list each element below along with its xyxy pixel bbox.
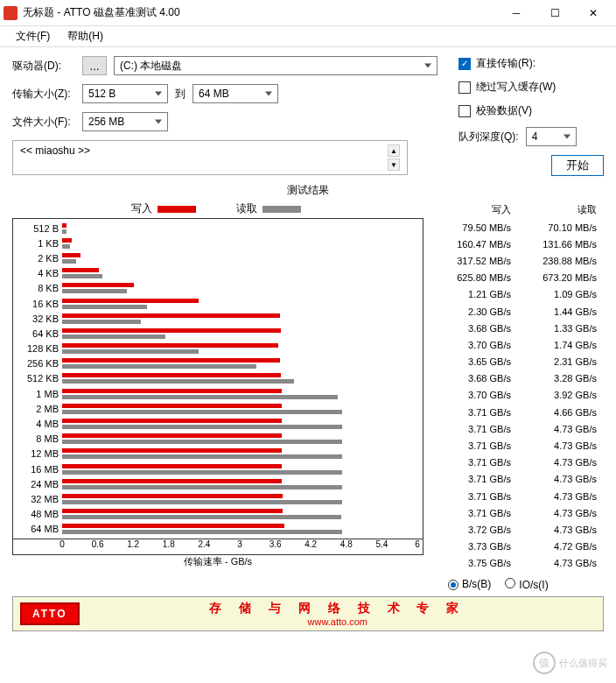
cell-read: 4.73 GB/s (518, 455, 602, 470)
chart-row: 128 KB (13, 342, 423, 356)
description-text: << miaoshu >> (20, 144, 90, 157)
close-button[interactable]: ✕ (574, 1, 612, 25)
cell-read: 4.73 GB/s (518, 522, 602, 537)
scroll-down-icon[interactable]: ▼ (388, 158, 400, 171)
bar-write (62, 419, 282, 423)
bar-write (62, 343, 278, 348)
cell-write: 3.68 GB/s (432, 320, 516, 335)
chart-row: 512 B (13, 221, 423, 236)
cell-read: 3.92 GB/s (518, 388, 602, 403)
table-row: 160.47 MB/s131.66 MB/s (432, 236, 602, 251)
bar-write (62, 223, 66, 228)
y-tick-label: 8 KB (13, 283, 62, 293)
transfer-size-label: 传输大小(Z): (12, 87, 82, 102)
bar-read (62, 410, 342, 414)
bar-write (62, 253, 80, 257)
cell-read: 2.31 GB/s (518, 355, 602, 370)
y-tick-label: 64 MB (13, 524, 62, 534)
bar-read (62, 515, 341, 519)
chart-row: 48 MB (13, 507, 423, 522)
window-title: 无标题 - ATTO 磁盘基准测试 4.00 (23, 5, 497, 20)
cell-read: 3.28 GB/s (518, 371, 602, 386)
x-tick-label: 4.2 (304, 539, 317, 549)
bar-write (62, 268, 99, 272)
cell-read: 131.66 MB/s (518, 236, 602, 251)
unit-bs-radio[interactable]: B/s(B) (448, 578, 491, 590)
x-tick-label: 4.8 (340, 539, 353, 549)
bar-read (62, 305, 147, 309)
y-tick-label: 8 MB (13, 433, 62, 444)
table-row: 3.71 GB/s4.66 GB/s (432, 405, 602, 419)
cell-read: 4.73 GB/s (518, 556, 602, 571)
bar-read (62, 289, 127, 293)
bar-read (62, 229, 66, 234)
chart-row: 256 KB (13, 356, 423, 371)
bar-write (62, 479, 282, 483)
cell-write: 3.68 GB/s (432, 371, 516, 386)
minimize-button[interactable]: ─ (497, 1, 536, 25)
table-row: 317.52 MB/s238.88 MB/s (432, 253, 602, 268)
cell-write: 3.71 GB/s (432, 489, 516, 503)
drive-label: 驱动器(D): (12, 59, 82, 74)
bar-read (62, 485, 342, 489)
cell-read: 1.44 GB/s (518, 304, 602, 319)
bar-write (62, 313, 280, 318)
table-row: 3.65 GB/s2.31 GB/s (432, 355, 602, 370)
browse-button[interactable]: ... (82, 56, 107, 75)
file-size-select[interactable]: 256 MB (82, 112, 168, 131)
direct-io-checkbox[interactable]: ✓ (458, 58, 471, 70)
x-tick-label: 1.8 (163, 539, 175, 549)
cell-read: 1.74 GB/s (518, 337, 602, 352)
bar-write (62, 524, 284, 528)
description-box[interactable]: << miaoshu >> ▲ ▼ (12, 140, 408, 175)
table-write-header: 写入 (432, 203, 516, 218)
bar-write (62, 358, 280, 363)
bar-write (62, 373, 281, 377)
table-row: 79.50 MB/s70.10 MB/s (432, 220, 602, 235)
cell-read: 1.33 GB/s (518, 320, 602, 335)
cell-read: 1.09 GB/s (518, 287, 602, 302)
y-tick-label: 16 KB (13, 299, 62, 309)
legend-write-swatch (158, 206, 196, 213)
y-tick-label: 16 MB (13, 464, 62, 475)
menu-help[interactable]: 帮助(H) (59, 27, 112, 46)
y-tick-label: 512 KB (13, 373, 62, 384)
table-row: 3.71 GB/s4.73 GB/s (432, 421, 602, 436)
maximize-button[interactable]: ☐ (536, 1, 574, 25)
chart-row: 32 MB (13, 491, 423, 506)
drive-select[interactable]: (C:) 本地磁盘 (114, 56, 438, 75)
table-row: 3.71 GB/s4.73 GB/s (432, 489, 602, 503)
queue-depth-select[interactable]: 4 (526, 127, 577, 146)
unit-io-radio[interactable]: IO/s(I) (505, 578, 548, 591)
cell-write: 79.50 MB/s (432, 220, 516, 235)
chart-row: 512 KB (13, 371, 423, 386)
transfer-to-select[interactable]: 64 MB (192, 84, 278, 103)
transfer-from-select[interactable]: 512 B (82, 84, 168, 103)
cell-write: 3.71 GB/s (432, 405, 516, 419)
x-axis-label: 传输速率 - GB/s (12, 555, 424, 568)
bar-read (62, 500, 342, 504)
scroll-up-icon[interactable]: ▲ (388, 144, 400, 157)
bar-write (62, 448, 282, 453)
table-row: 1.21 GB/s1.09 GB/s (432, 287, 602, 302)
table-row: 3.68 GB/s3.28 GB/s (432, 371, 602, 386)
chart-row: 8 KB (13, 281, 423, 296)
atto-logo: ATTO (20, 602, 80, 625)
cell-write: 1.21 GB/s (432, 287, 516, 302)
y-tick-label: 1 KB (13, 238, 62, 249)
start-button[interactable]: 开始 (551, 155, 604, 176)
table-row: 3.70 GB/s3.92 GB/s (432, 388, 602, 403)
bar-read (62, 395, 338, 399)
cell-read: 4.66 GB/s (518, 405, 602, 419)
cell-write: 3.71 GB/s (432, 421, 516, 436)
table-row: 625.80 MB/s673.20 MB/s (432, 271, 602, 285)
file-size-label: 文件大小(F): (12, 115, 82, 130)
chart-row: 4 KB (13, 266, 423, 281)
y-tick-label: 4 MB (13, 419, 62, 429)
verify-data-checkbox[interactable] (458, 105, 471, 117)
bypass-cache-checkbox[interactable] (458, 81, 471, 94)
menu-file[interactable]: 文件(F) (7, 27, 59, 46)
bar-write (62, 238, 72, 243)
cell-write: 3.71 GB/s (432, 455, 516, 470)
cell-write: 3.65 GB/s (432, 355, 516, 370)
